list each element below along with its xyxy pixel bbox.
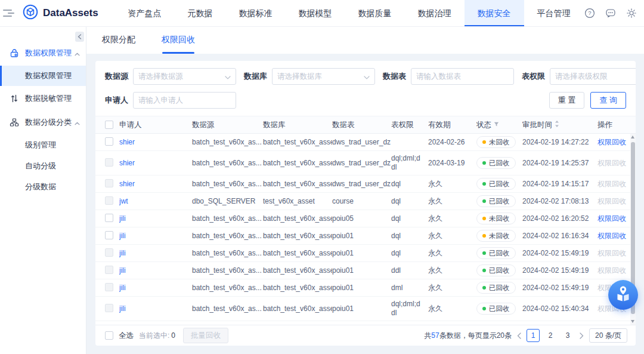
status-cell: 未回收 <box>476 230 522 242</box>
recall-action-link: 权限回收 <box>597 266 626 275</box>
database-cell: test_v60x_asset <box>263 197 332 205</box>
datatable-cell: dws_trad_user_dz <box>332 180 391 188</box>
status-badge: 已回收 <box>476 157 516 169</box>
brand: DataAssets <box>23 4 98 22</box>
filter-datatable: 数据表 <box>383 68 514 85</box>
nav-platform-admin[interactable]: 平台管理 <box>524 0 584 26</box>
map-guide-icon <box>614 284 633 306</box>
sidebar-item-level-management[interactable]: 级别管理 <box>0 135 86 155</box>
applicant-link[interactable]: shier <box>119 159 192 167</box>
table-row: jwt dbo_SQL_SERVER test_v60x_asset cours… <box>95 193 636 210</box>
row-checkbox[interactable] <box>105 214 113 222</box>
status-dot-icon <box>482 251 486 255</box>
page-1[interactable]: 1 <box>527 329 540 342</box>
applicant-input[interactable] <box>138 96 231 104</box>
approve-time-cell: 2024-02-02 16:16:34 <box>522 232 597 240</box>
search-button[interactable]: 查 询 <box>590 92 626 109</box>
column-validity: 有效期 <box>428 120 476 130</box>
sort-icon[interactable] <box>555 121 559 129</box>
sidebar-collapse-button[interactable] <box>75 32 84 42</box>
lock-icon <box>10 48 20 59</box>
assistant-float-button[interactable] <box>608 280 638 310</box>
sidebar-item-data-permission[interactable]: 数据权限管理 <box>0 66 86 86</box>
status-cell: 已回收 <box>476 195 522 207</box>
reset-button[interactable]: 重 置 <box>549 92 585 109</box>
recall-action-link[interactable]: 权限回收 <box>597 138 626 146</box>
table-row: jili batch_test_v60x_as... batch_test_v6… <box>95 279 636 297</box>
sidebar-item-auto-classify[interactable]: 自动分级 <box>0 156 86 176</box>
row-checkbox[interactable] <box>105 137 113 146</box>
status-badge: 未回收 <box>476 230 516 242</box>
tableperm-select[interactable]: 请选择表级权限 <box>550 68 636 85</box>
datasource-select[interactable]: 请选择数据源 <box>133 68 236 85</box>
sidebar-menu: 数据权限管理 数据权限管理 数据脱敏管理 <box>0 27 86 197</box>
scroll-up-arrow-icon[interactable] <box>631 136 634 138</box>
page-3[interactable]: 3 <box>561 329 574 342</box>
applicant-link[interactable]: jili <box>119 249 192 257</box>
column-approve-time[interactable]: 审批时间 <box>522 120 597 130</box>
sidebar-item-classified-data[interactable]: 分级数据 <box>0 177 86 197</box>
table-row: shier batch_test_v60x_as... batch_test_v… <box>95 134 636 151</box>
prev-page-icon[interactable] <box>516 333 522 339</box>
column-status[interactable]: 状态 <box>476 120 522 130</box>
status-badge: 未回收 <box>476 213 516 224</box>
sidebar-item-label: 数据分级分类 <box>25 117 72 128</box>
tab-permission-assign[interactable]: 权限分配 <box>102 35 135 54</box>
nav-data-quality[interactable]: 数据质量 <box>345 0 405 26</box>
applicant-link[interactable]: jili <box>119 304 192 313</box>
datasource-cell: batch_test_v60x_as... <box>192 214 263 223</box>
nav-asset-inventory[interactable]: 资产盘点 <box>115 0 175 26</box>
row-checkbox[interactable] <box>105 231 113 239</box>
applicant-link[interactable]: jwt <box>119 197 192 205</box>
select-all-label[interactable]: 全选 <box>119 331 134 341</box>
filter-funnel-icon[interactable] <box>494 121 499 129</box>
validity-cell: 永久 <box>428 179 476 189</box>
sidebar-item-data-masking[interactable]: 数据脱敏管理 <box>0 87 86 110</box>
settings-icon[interactable] <box>626 7 637 19</box>
approve-time-cell: 2024-02-19 14:27:22 <box>522 138 597 146</box>
recall-action-link[interactable]: 权限回收 <box>597 214 626 223</box>
next-page-icon[interactable] <box>578 333 585 339</box>
sidebar-item-data-classification-group[interactable]: 数据分级分类 <box>0 110 86 134</box>
nav-data-governance[interactable]: 数据治理 <box>405 0 465 26</box>
database-select[interactable]: 请选择数据库 <box>272 68 375 85</box>
nav-data-standard[interactable]: 数据标准 <box>226 0 286 26</box>
permission-cell: dql <box>391 197 428 206</box>
select-all-checkbox[interactable] <box>105 331 113 340</box>
row-checkbox <box>105 283 113 291</box>
applicant-link[interactable]: jili <box>119 284 192 292</box>
status-badge: 已回收 <box>476 282 516 294</box>
datatable-input[interactable] <box>416 72 509 81</box>
applicant-link[interactable]: shier <box>119 180 192 188</box>
datasource-cell: batch_test_v60x_as... <box>192 159 263 167</box>
applicant-link[interactable]: jili <box>119 266 192 275</box>
page-2[interactable]: 2 <box>544 329 557 342</box>
database-cell: batch_test_v60x_asset <box>263 214 332 223</box>
status-badge: 未回收 <box>476 136 516 148</box>
approve-time-cell: 2024-02-02 15:49:19 <box>522 249 597 257</box>
select-all-header-checkbox[interactable] <box>105 121 113 129</box>
datatable-cell: poiu01 <box>332 304 391 313</box>
validity-cell: 永久 <box>428 248 476 258</box>
table-body: shier batch_test_v60x_as... batch_test_v… <box>95 134 636 325</box>
tableperm-label: 表权限 <box>522 71 545 82</box>
nav-data-model[interactable]: 数据模型 <box>286 0 345 26</box>
sidebar-item-data-permission-group[interactable]: 数据权限管理 <box>0 41 86 65</box>
approve-time-cell: 2024-02-02 15:49:19 <box>522 266 597 275</box>
help-icon[interactable]: ? <box>584 7 596 19</box>
applicant-link[interactable]: jili <box>119 214 192 223</box>
applicant-link[interactable]: shier <box>119 138 192 146</box>
menu-toggle-icon[interactable] <box>0 0 14 26</box>
nav-metadata[interactable]: 元数据 <box>175 0 226 26</box>
message-icon[interactable] <box>605 7 617 19</box>
nav-data-security[interactable]: 数据安全 <box>465 0 524 26</box>
recall-action-link[interactable]: 权限回收 <box>597 232 626 240</box>
status-badge: 已回收 <box>476 195 516 207</box>
datasource-label: 数据源 <box>105 71 128 82</box>
tab-permission-recall[interactable]: 权限回收 <box>162 35 195 54</box>
scroll-down-arrow-icon[interactable] <box>631 320 634 323</box>
page-size-select[interactable]: 20 条/页 <box>589 328 627 343</box>
datasource-cell: batch_test_v60x_as... <box>192 232 263 240</box>
applicant-link[interactable]: jili <box>119 232 192 240</box>
datatable-label: 数据表 <box>383 71 406 82</box>
